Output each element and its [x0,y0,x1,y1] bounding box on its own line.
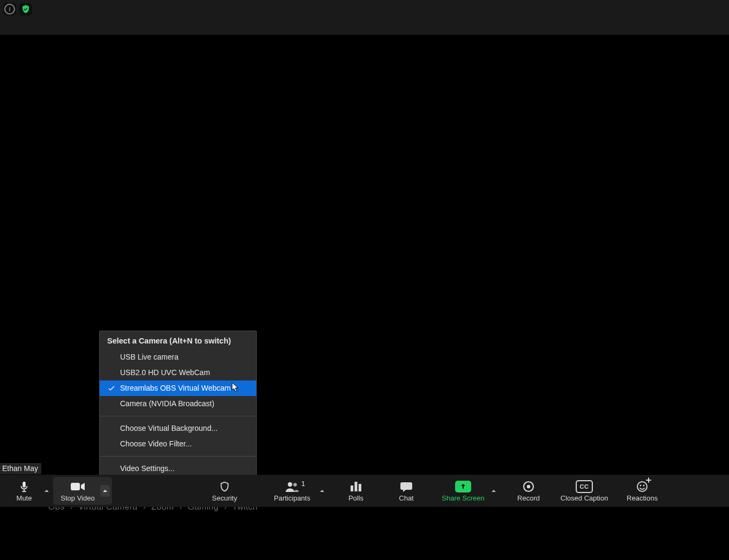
svg-point-11 [640,485,642,487]
menu-separator [100,416,256,416]
record-icon [522,480,535,494]
closed-caption-label: Closed Caption [561,495,608,502]
meeting-toolbar: Mute Stop Video Security [0,475,729,507]
camera-menu-header: Select a Camera (Alt+N to switch) [100,331,256,349]
menu-separator [100,456,256,457]
share-screen-button[interactable]: Share Screen [437,475,489,507]
svg-point-3 [288,482,292,487]
camera-option[interactable]: USB Live camera [100,349,256,365]
menu-item-label: Choose Virtual Background... [120,424,218,432]
closed-caption-icon: CC [576,480,593,494]
share-screen-icon [455,480,471,494]
camera-option-selected[interactable]: Streamlabs OBS Virtual Webcam [100,380,256,396]
chat-label: Chat [399,495,413,502]
svg-point-10 [637,482,647,491]
shield-check-icon [21,4,31,14]
svg-point-12 [643,485,645,487]
camera-option-label: Streamlabs OBS Virtual Webcam [120,384,230,392]
top-bar: i [0,0,729,35]
participants-label: Participants [274,495,310,502]
reactions-label: Reactions [627,495,658,502]
crumb: Gaming [188,507,219,512]
security-button[interactable]: Security [205,475,244,507]
polls-button[interactable]: Polls [340,475,372,507]
menu-item-label: Video Settings... [120,464,175,473]
chevron-right-icon: › [179,507,182,512]
bar-chart-icon [349,480,362,494]
crumb: Twitch [232,507,257,512]
chevron-right-icon: › [224,507,227,512]
camera-option[interactable]: Camera (NVIDIA Broadcast) [100,396,256,412]
chevron-right-icon: › [70,507,73,512]
chat-button[interactable]: Chat [391,475,421,507]
audio-options-chevron[interactable] [42,488,51,494]
participants-count: 1 [301,480,305,488]
svg-rect-6 [355,482,358,491]
choose-virtual-background[interactable]: Choose Virtual Background... [100,421,256,436]
chat-bubble-icon [400,480,413,494]
crumb: Obs [48,507,64,512]
video-camera-icon [70,480,85,494]
svg-point-4 [293,483,297,487]
crumb: Virtual Camera [78,507,138,512]
menu-item-label: Choose Video Filter... [120,439,192,448]
record-label: Record [517,495,540,502]
chevron-right-icon: › [143,507,146,512]
mute-label: Mute [17,495,32,502]
svg-rect-1 [22,491,26,492]
security-label: Security [212,495,237,502]
svg-point-9 [527,485,530,488]
camera-option-label: Camera (NVIDIA Broadcast) [120,399,214,408]
video-options-chevron[interactable] [100,485,110,497]
share-options-chevron[interactable] [489,488,499,494]
svg-rect-7 [359,484,361,491]
camera-option-label: USB Live camera [120,353,178,361]
self-name-label: Ethan May [0,463,41,474]
check-icon [107,384,116,392]
crumb: Zoom [151,507,174,512]
microphone-icon [18,480,30,494]
reactions-button[interactable]: Reactions [620,475,665,507]
encryption-status-button[interactable] [19,3,32,16]
polls-label: Polls [348,495,363,502]
share-screen-label: Share Screen [442,495,485,502]
info-icon: i [4,4,15,14]
camera-select-menu: Select a Camera (Alt+N to switch) USB Li… [99,331,257,480]
svg-rect-2 [71,483,80,490]
camera-option-label: USB2.0 HD UVC WebCam [120,368,210,377]
closed-caption-button[interactable]: CC Closed Caption [555,475,613,507]
choose-video-filter[interactable]: Choose Video Filter... [100,436,256,452]
stop-video-label: Stop Video [61,495,94,502]
mute-button[interactable]: Mute [6,475,42,507]
svg-rect-5 [351,486,353,491]
participants-button[interactable]: 1 Participants [267,475,317,507]
record-button[interactable]: Record [511,475,546,507]
svg-rect-0 [24,490,25,491]
stop-video-button[interactable]: Stop Video [55,475,100,507]
reactions-smile-icon [636,480,649,494]
shield-icon [219,480,230,494]
footer-breadcrumbs: Obs › Virtual Camera › Zoom › Gaming › T… [0,507,729,521]
participants-icon [284,480,300,494]
participants-options-chevron[interactable] [317,488,327,494]
camera-option[interactable]: USB2.0 HD UVC WebCam [100,365,256,380]
meeting-info-button[interactable]: i [3,3,16,16]
